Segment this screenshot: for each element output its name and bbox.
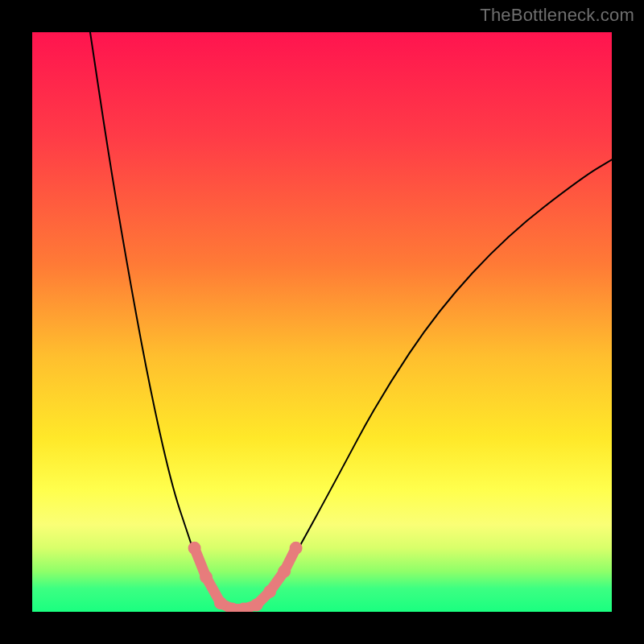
curve-markers: [188, 542, 303, 612]
bottleneck-chart: TheBottleneck.com: [0, 0, 644, 644]
marker-dot: [278, 565, 291, 578]
marker-dot: [214, 597, 227, 609]
watermark-text: TheBottleneck.com: [480, 5, 634, 26]
bottleneck-curve-line: [90, 32, 612, 612]
plot-area: [32, 32, 612, 612]
marker-dot: [263, 585, 276, 598]
marker-dot: [200, 571, 213, 584]
curve-layer: [32, 32, 612, 612]
marker-dot: [188, 542, 201, 555]
marker-dot: [290, 542, 303, 555]
marker-dot: [250, 598, 263, 611]
